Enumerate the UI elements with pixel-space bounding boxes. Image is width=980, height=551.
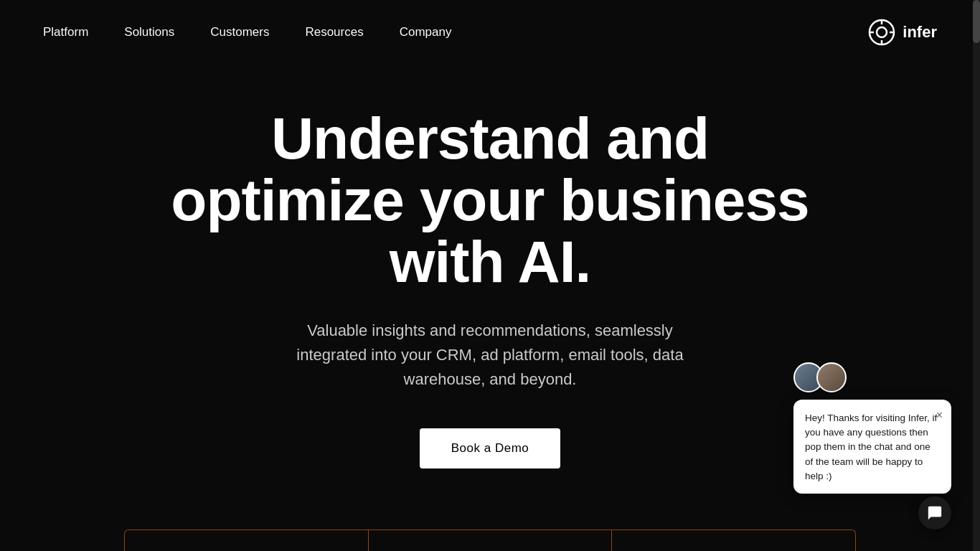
nav-item-solutions[interactable]: Solutions	[124, 25, 174, 39]
scrollbar[interactable]	[973, 0, 980, 551]
logo-text: infer	[903, 23, 937, 42]
chat-close-button[interactable]: ×	[936, 407, 943, 424]
svg-point-1	[877, 27, 887, 37]
nav-item-resources[interactable]: Resources	[305, 25, 363, 39]
logo[interactable]: infer	[868, 19, 937, 46]
bottom-bar	[124, 529, 856, 551]
chat-message: Hey! Thanks for visiting Infer, if you h…	[805, 413, 937, 481]
chat-widget: × Hey! Thanks for visiting Infer, if you…	[793, 362, 951, 494]
bottom-bar-section-1	[125, 530, 369, 551]
bottom-bar-section-2	[369, 530, 613, 551]
hero-title: Understand and optimize your business wi…	[167, 108, 813, 293]
logo-icon	[868, 19, 895, 46]
nav-links: Platform Solutions Customers Resources C…	[43, 25, 451, 39]
nav-item-customers[interactable]: Customers	[210, 25, 269, 39]
chat-open-button[interactable]	[918, 496, 951, 529]
nav-item-company[interactable]: Company	[400, 25, 452, 39]
bottom-bar-inner	[125, 530, 855, 551]
nav-item-platform[interactable]: Platform	[43, 25, 88, 39]
chat-icon	[927, 505, 943, 521]
navbar: Platform Solutions Customers Resources C…	[0, 0, 980, 65]
bottom-bar-section-3	[612, 530, 855, 551]
chat-avatars	[793, 362, 951, 392]
chat-avatar-2	[816, 362, 847, 392]
book-demo-button[interactable]: Book a Demo	[420, 428, 561, 468]
chat-bubble: × Hey! Thanks for visiting Infer, if you…	[793, 400, 951, 494]
scrollbar-thumb[interactable]	[973, 0, 980, 43]
hero-subtitle: Valuable insights and recommendations, s…	[278, 319, 702, 392]
